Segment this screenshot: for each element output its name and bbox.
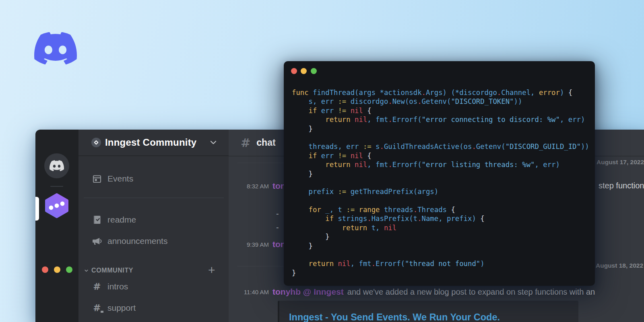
server-rail bbox=[35, 130, 78, 322]
category-community[interactable]: COMMUNITY bbox=[84, 265, 133, 276]
server-name: Inngest Community bbox=[105, 137, 196, 148]
message-timestamp: 8:32 AM bbox=[240, 183, 269, 190]
chevron-down-icon[interactable] bbox=[209, 138, 217, 147]
minimize-button[interactable] bbox=[54, 266, 60, 273]
date-divider-label: August 17, 2022 bbox=[593, 159, 644, 166]
channel-label: announcements bbox=[107, 236, 167, 246]
channel-sidebar: Inngest Community Events bbox=[78, 130, 229, 322]
message-timestamp: 11:40 AM bbox=[240, 289, 269, 295]
message-text: and we've added a new blog post to expan… bbox=[347, 287, 595, 297]
channel-events[interactable]: Events bbox=[92, 173, 133, 185]
rail-divider bbox=[50, 186, 63, 187]
discord-home-button[interactable] bbox=[44, 153, 69, 178]
create-channel-button[interactable]: + bbox=[208, 265, 215, 275]
channel-name: chat bbox=[256, 137, 275, 148]
active-server-pill bbox=[35, 197, 39, 221]
calendar-icon bbox=[92, 174, 102, 184]
date-divider-label: August 18, 2022 bbox=[592, 262, 644, 269]
chat-message: 11:40 AM tonyhb @ Inngest and we've adde… bbox=[229, 287, 644, 297]
discord-logo-icon bbox=[34, 32, 77, 65]
inngest-server-button[interactable] bbox=[44, 193, 70, 219]
hash-icon: # bbox=[92, 282, 102, 291]
code-editor-window: func findThread(args *actionsdk.Args) (*… bbox=[284, 61, 595, 286]
category-label: COMMUNITY bbox=[91, 267, 133, 274]
hash-icon: # bbox=[241, 136, 250, 150]
hash-chat-icon: # bbox=[92, 303, 102, 313]
channel-announcements[interactable]: announcements bbox=[92, 235, 167, 247]
server-boost-badge-icon bbox=[91, 138, 101, 147]
book-check-icon bbox=[92, 215, 102, 225]
inngest-discord-hero: Inngest Community Events bbox=[0, 0, 644, 322]
message-list-bullet: - bbox=[276, 223, 279, 232]
server-header-dropdown[interactable]: Inngest Community bbox=[78, 130, 229, 156]
close-button bbox=[42, 266, 48, 273]
category-chevron-icon bbox=[84, 268, 89, 273]
megaphone-icon bbox=[92, 237, 102, 246]
channel-support[interactable]: # support bbox=[92, 302, 136, 314]
message-list-bullet: - bbox=[276, 209, 279, 219]
minimize-button[interactable] bbox=[301, 68, 307, 74]
channel-label: Events bbox=[107, 174, 133, 184]
channel-label: intros bbox=[107, 282, 128, 291]
zoom-button[interactable] bbox=[66, 266, 72, 273]
close-button[interactable] bbox=[291, 68, 297, 74]
code-block: func findThread(args *actionsdk.Args) (*… bbox=[292, 88, 589, 277]
inngest-hexagon-icon bbox=[44, 193, 70, 219]
embed-title-link[interactable]: Inngest - You Send Events. We Run Your C… bbox=[289, 312, 578, 322]
channel-readme[interactable]: readme bbox=[92, 214, 136, 226]
channel-intros[interactable]: # intros bbox=[92, 281, 128, 293]
discord-icon bbox=[50, 160, 64, 171]
message-username[interactable]: tonyhb @ Inngest bbox=[272, 287, 344, 297]
channel-label: support bbox=[107, 303, 136, 313]
zoom-button[interactable] bbox=[311, 68, 317, 74]
message-text-fragment: step functions bbox=[599, 181, 644, 190]
channel-label: readme bbox=[107, 215, 136, 225]
message-timestamp: 9:39 AM bbox=[240, 241, 269, 248]
link-embed: Inngest - You Send Events. We Run Your C… bbox=[278, 301, 578, 322]
sidebar-divider bbox=[84, 198, 224, 198]
